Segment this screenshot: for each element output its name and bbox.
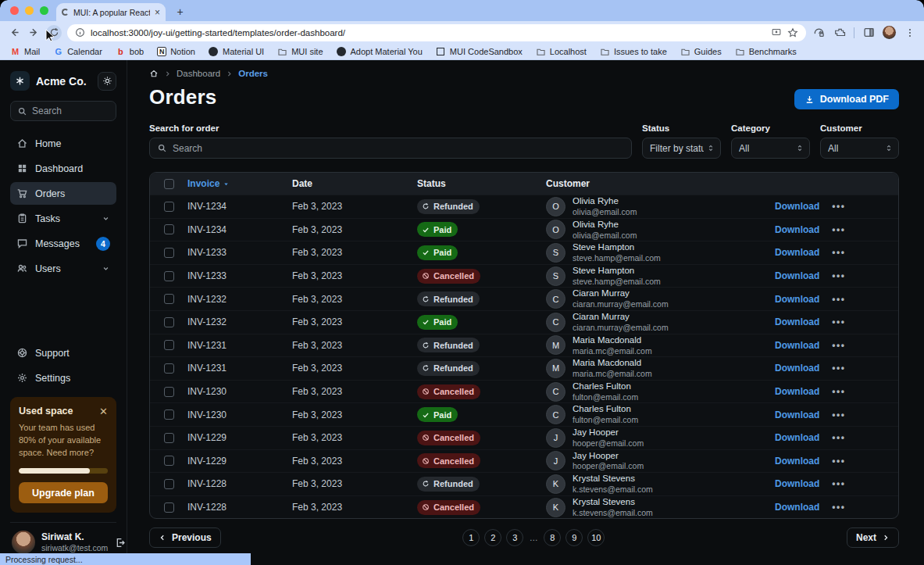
row-menu-button[interactable]: ••• <box>832 247 845 258</box>
row-checkbox[interactable] <box>164 409 174 420</box>
row-checkbox[interactable] <box>164 456 174 466</box>
bookmark-item[interactable]: MUI site <box>277 47 323 57</box>
row-checkbox[interactable] <box>164 387 174 397</box>
page-button-2[interactable]: 2 <box>484 529 501 546</box>
status-filter-select[interactable]: Filter by status <box>642 138 721 159</box>
next-page-button[interactable]: Next <box>847 527 899 548</box>
row-checkbox[interactable] <box>164 202 174 212</box>
row-menu-button[interactable]: ••• <box>832 201 845 212</box>
row-menu-button[interactable]: ••• <box>832 456 845 467</box>
home-icon[interactable] <box>149 69 159 78</box>
extensions-icon[interactable] <box>833 26 847 40</box>
row-menu-button[interactable]: ••• <box>832 294 845 305</box>
download-link[interactable]: Download <box>775 270 819 281</box>
close-icon[interactable]: ✕ <box>99 406 108 417</box>
row-menu-button[interactable]: ••• <box>832 432 845 443</box>
page-button-10[interactable]: 10 <box>587 529 605 546</box>
sidebar-item-messages[interactable]: Messages4 <box>10 232 116 255</box>
download-link[interactable]: Download <box>775 478 819 489</box>
customer-filter-select[interactable]: All <box>820 138 899 159</box>
download-link[interactable]: Download <box>775 456 819 467</box>
site-info-icon[interactable] <box>75 27 85 38</box>
sidebar-item-users[interactable]: Users <box>10 257 116 280</box>
download-link[interactable]: Download <box>775 502 819 513</box>
row-checkbox[interactable] <box>164 317 174 327</box>
sidebar-item-dashboard[interactable]: Dashboard <box>10 157 116 180</box>
download-pdf-button[interactable]: Download PDF <box>794 89 899 109</box>
previous-page-button[interactable]: Previous <box>149 527 221 548</box>
download-link[interactable]: Download <box>775 224 819 235</box>
install-app-icon[interactable] <box>771 27 782 38</box>
row-menu-button[interactable]: ••• <box>832 386 845 397</box>
address-bar[interactable]: localhost:3000/joy-ui/getting-started/te… <box>67 24 806 41</box>
bookmark-item[interactable]: MUI CodeSandbox <box>436 47 523 57</box>
row-menu-button[interactable]: ••• <box>832 363 845 374</box>
upgrade-plan-button[interactable]: Upgrade plan <box>19 482 108 503</box>
row-checkbox[interactable] <box>164 363 174 374</box>
bookmark-item[interactable]: bbob <box>116 47 144 57</box>
sidebar-item-home[interactable]: Home <box>10 132 116 155</box>
download-link[interactable]: Download <box>775 201 819 212</box>
sidebar-item-settings[interactable]: Settings <box>10 367 116 389</box>
download-link[interactable]: Download <box>775 247 819 258</box>
row-menu-button[interactable]: ••• <box>832 409 845 420</box>
order-search-input[interactable]: Search <box>149 138 632 159</box>
bookmark-item[interactable]: Guides <box>680 47 722 57</box>
row-menu-button[interactable]: ••• <box>832 340 845 351</box>
row-menu-button[interactable]: ••• <box>832 502 845 513</box>
bookmark-star-icon[interactable] <box>787 27 798 38</box>
row-menu-button[interactable]: ••• <box>832 478 845 489</box>
row-checkbox[interactable] <box>164 294 174 304</box>
breadcrumb-dashboard[interactable]: Dashboard <box>177 69 220 78</box>
page-button-9[interactable]: 9 <box>565 529 583 546</box>
download-link[interactable]: Download <box>775 363 819 374</box>
row-checkbox[interactable] <box>164 433 174 443</box>
bookmark-item[interactable]: Localhost <box>536 47 587 57</box>
row-checkbox[interactable] <box>164 340 174 350</box>
row-menu-button[interactable]: ••• <box>832 316 845 327</box>
kebab-menu-icon[interactable] <box>903 26 917 40</box>
row-checkbox[interactable] <box>164 248 174 258</box>
bookmark-item[interactable]: Material UI <box>209 47 264 57</box>
row-checkbox[interactable] <box>164 479 174 489</box>
privacy-guard-icon[interactable] <box>812 26 826 40</box>
url-text[interactable]: localhost:3000/joy-ui/getting-started/te… <box>91 28 765 38</box>
breadcrumb-orders[interactable]: Orders <box>238 69 268 78</box>
download-link[interactable]: Download <box>775 386 819 397</box>
select-all-checkbox[interactable] <box>164 179 174 189</box>
download-link[interactable]: Download <box>775 340 819 351</box>
category-filter-select[interactable]: All <box>731 138 810 159</box>
invoice-column-header[interactable]: Invoice <box>187 178 292 189</box>
download-link[interactable]: Download <box>775 409 819 420</box>
bookmark-item[interactable]: MMail <box>10 47 40 57</box>
row-menu-button[interactable]: ••• <box>832 224 845 235</box>
download-link[interactable]: Download <box>775 432 819 443</box>
theme-toggle-button[interactable] <box>98 72 116 91</box>
row-checkbox[interactable] <box>164 502 174 513</box>
browser-tab[interactable]: MUI: A popular React UI fram × <box>56 3 166 21</box>
sidebar-item-tasks[interactable]: Tasks <box>10 207 116 230</box>
tab-close-icon[interactable]: × <box>155 8 160 17</box>
bookmark-item[interactable]: NNotion <box>157 47 195 56</box>
minimize-window-button[interactable] <box>25 6 34 15</box>
download-link[interactable]: Download <box>775 294 819 305</box>
bookmark-item[interactable]: GCalendar <box>53 47 102 57</box>
download-link[interactable]: Download <box>775 316 819 327</box>
back-icon[interactable] <box>7 26 21 40</box>
browser-profile-avatar[interactable] <box>883 26 896 39</box>
page-button-8[interactable]: 8 <box>544 529 561 546</box>
bookmark-item[interactable]: Benchmarks <box>735 47 797 57</box>
row-checkbox[interactable] <box>164 224 174 234</box>
bookmark-item[interactable]: Issues to take <box>600 47 667 57</box>
row-menu-button[interactable]: ••• <box>832 270 845 281</box>
page-button-1[interactable]: 1 <box>462 529 480 546</box>
sidebar-search-input[interactable]: Search <box>10 101 116 121</box>
logout-icon[interactable] <box>114 537 126 549</box>
sidebar-item-support[interactable]: Support <box>10 342 116 364</box>
sidebar-item-orders[interactable]: Orders <box>10 182 116 205</box>
zoom-window-button[interactable] <box>40 6 48 15</box>
side-panel-icon[interactable] <box>862 26 876 40</box>
page-button-3[interactable]: 3 <box>506 529 523 546</box>
bookmark-item[interactable]: Adopt Material You <box>337 47 423 57</box>
forward-icon[interactable] <box>27 26 41 40</box>
